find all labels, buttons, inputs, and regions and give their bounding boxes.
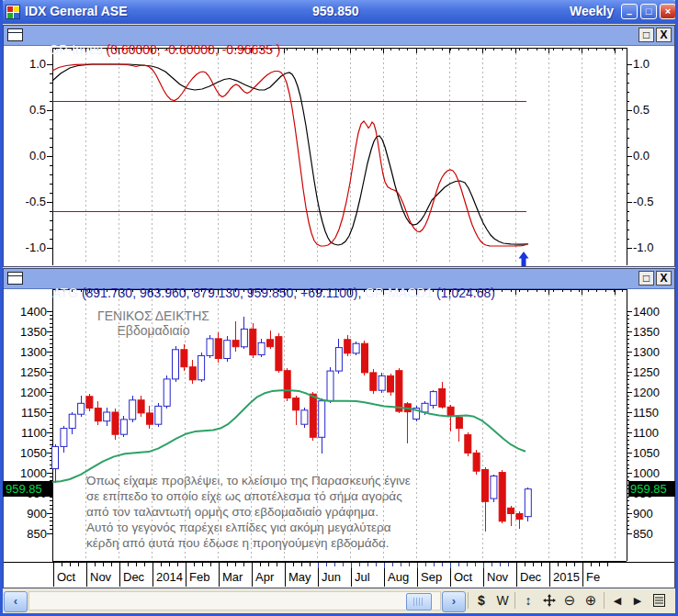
titlebar-price: 959.850 bbox=[312, 4, 359, 18]
macd-value: (1,024.68) bbox=[436, 286, 495, 300]
bottom-toolbar: ‹ › $ W ↕ ⊖ ⊕ ◀ ▶ bbox=[3, 588, 675, 613]
close-button[interactable]: × bbox=[660, 4, 676, 19]
panel-window-icon bbox=[7, 272, 23, 285]
x-axis-label: Oct bbox=[53, 568, 86, 587]
zoom-in-button[interactable]: ⊕ bbox=[581, 590, 601, 610]
analysis-note: Όπως είχαμε προβλέψει, το κλείσιμο της Π… bbox=[86, 473, 411, 551]
x-axis-label: Nov bbox=[483, 568, 516, 587]
price-panel-header[interactable]: .ATG (891.730, 963.960, 879.130, 959.850… bbox=[4, 269, 674, 289]
zoom-out-button[interactable]: ⊖ bbox=[559, 590, 580, 610]
maximize-button[interactable]: □ bbox=[640, 4, 657, 19]
window-title: IDX General ASE bbox=[25, 4, 128, 18]
x-axis: OctNovDec2014FebMarAprMayJunJulAugSepOct… bbox=[4, 562, 674, 588]
panel-maximize-button[interactable]: □ bbox=[638, 271, 654, 286]
x-axis-label: Fe bbox=[582, 568, 616, 587]
last-price-tag-right: 959.85 bbox=[628, 481, 675, 497]
data-window-icon bbox=[653, 594, 665, 607]
window-border-left bbox=[0, 0, 3, 616]
periodicity-weekly-button[interactable]: W bbox=[492, 590, 513, 610]
application-window: IDX General ASE 959.850 Weekly – □ × GP-… bbox=[0, 0, 678, 616]
app-icon[interactable] bbox=[6, 5, 20, 19]
indicator-title: GP-Inves bbox=[49, 42, 106, 57]
x-axis-label: Jul bbox=[351, 568, 384, 587]
panel-window-icon bbox=[7, 28, 23, 41]
scroll-chart-right-button[interactable]: ▶ bbox=[627, 590, 648, 610]
panel-close-button[interactable]: X bbox=[656, 271, 672, 286]
panel-close-button[interactable]: X bbox=[656, 28, 672, 42]
pan-button[interactable] bbox=[539, 590, 559, 610]
symbol-title: .ATG bbox=[49, 286, 82, 300]
last-price-tag-left: 959.85 bbox=[3, 481, 52, 497]
symbol-ohlc-values: (891.730, 963.960, 879.130, 959.850, +69… bbox=[82, 286, 362, 300]
x-axis-label: Aug bbox=[384, 568, 417, 587]
zoom-vertical-button[interactable]: ↕ bbox=[518, 590, 538, 610]
window-titlebar: IDX General ASE 959.850 Weekly – □ × bbox=[0, 0, 678, 24]
x-axis-label: Sep bbox=[417, 568, 450, 587]
x-axis-label: 2015 bbox=[549, 568, 582, 587]
x-axis-label: Nov bbox=[86, 568, 119, 587]
oscillator-panel-header[interactable]: GP-Inves (0.60000, -0.60000, -0.96635 ) … bbox=[4, 26, 674, 46]
scrollbar-track[interactable] bbox=[28, 591, 441, 610]
x-axis-label: May bbox=[285, 568, 318, 587]
x-axis-label: Apr bbox=[252, 568, 285, 587]
x-axis-label: Mar bbox=[219, 568, 252, 587]
scroll-left-button[interactable]: ‹ bbox=[4, 591, 28, 612]
data-window-button[interactable] bbox=[649, 590, 669, 610]
panel-maximize-button[interactable]: □ bbox=[638, 28, 654, 42]
x-axis-label: 2014 bbox=[153, 568, 186, 587]
x-axis-label: Oct bbox=[450, 568, 483, 587]
minimize-button[interactable]: – bbox=[621, 4, 638, 19]
x-axis-label: Feb bbox=[186, 568, 219, 587]
scrollbar-thumb[interactable] bbox=[406, 593, 432, 610]
x-axis-label: Jun bbox=[318, 568, 351, 587]
titlebar-periodicity: Weekly bbox=[570, 4, 614, 18]
scroll-right-button[interactable]: › bbox=[442, 591, 466, 612]
scroll-chart-left-button[interactable]: ◀ bbox=[607, 590, 627, 610]
macd-title: GP-MACD1 bbox=[361, 286, 436, 300]
x-axis-label: Dec bbox=[119, 568, 153, 587]
x-axis-label: Dec bbox=[516, 568, 549, 587]
pan-move-icon bbox=[543, 594, 556, 607]
price-scale-button[interactable]: $ bbox=[471, 590, 492, 610]
indicator-values: (0.60000, -0.60000, -0.96635 ) bbox=[107, 42, 281, 57]
